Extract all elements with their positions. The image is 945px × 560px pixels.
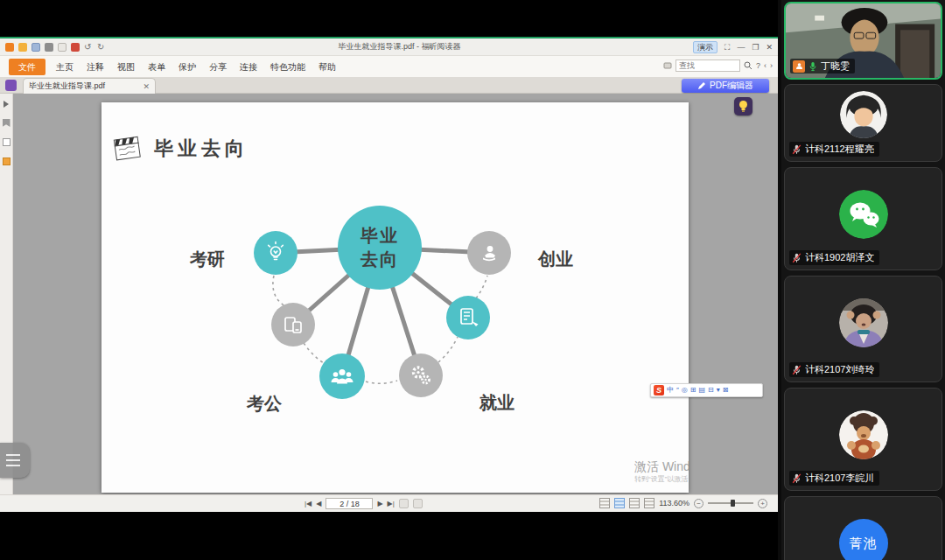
chevron-right-icon[interactable]: › <box>770 61 773 70</box>
fullscreen-icon[interactable]: ⛶ <box>724 42 730 52</box>
menu-item[interactable]: 帮助 <box>318 61 336 74</box>
menu-item[interactable]: 特色功能 <box>270 61 305 74</box>
zoom-out-button[interactable]: − <box>694 499 704 508</box>
participant-tile[interactable]: 菁池 <box>784 496 942 560</box>
undo-icon[interactable]: ↺ <box>84 43 93 52</box>
restore-icon[interactable]: ❐ <box>752 42 759 52</box>
open-file-icon[interactable] <box>18 43 27 52</box>
wechat-logo-icon <box>839 190 888 239</box>
participant-name: 计科2107刘绮玲 <box>805 363 874 376</box>
file-menu-button[interactable]: 文件 <box>9 59 46 75</box>
help-icon[interactable]: ? <box>756 61 760 70</box>
first-page-icon[interactable]: |◀ <box>304 500 312 508</box>
mic-muted-icon <box>792 365 802 375</box>
participant-tile[interactable]: 计科2107李皖川 <box>784 388 942 491</box>
participant-name: 丁晓雯 <box>821 60 850 73</box>
menu-bar: 主页 注释 视图 表单 保护 分享 连接 特色功能 帮助 <box>56 56 336 78</box>
search-input[interactable] <box>676 60 740 72</box>
bookmarks-icon[interactable] <box>3 119 10 127</box>
participant-tile[interactable]: 计科2107刘绮玲 <box>784 276 942 382</box>
page-navigation: |◀ ◀ 2 / 18 ▶ ▶| <box>304 498 423 509</box>
avatar <box>840 91 887 138</box>
zoom-slider-knob[interactable] <box>731 500 735 507</box>
page-number-input[interactable]: 2 / 18 <box>326 498 373 509</box>
left-panel-rail <box>0 94 13 494</box>
voice-icon[interactable]: ″ <box>676 385 679 396</box>
chevron-left-icon[interactable]: ‹ <box>764 61 766 70</box>
close-icon[interactable]: ✕ <box>766 42 773 52</box>
pdf-editor-label: PDF编辑器 <box>710 80 753 92</box>
screen-share-region: ↺ ↻ 毕业生就业指导课.pdf - 福昕阅读器 演示 ⛶ — ❐ ✕ 文件 主… <box>0 0 778 560</box>
document-viewport[interactable]: 毕业去向 <box>13 94 778 494</box>
expand-panel-icon[interactable] <box>4 101 9 108</box>
document-tabbar: 毕业生就业指导课.pdf ✕ PDF编辑器 <box>0 78 778 94</box>
participant-tile[interactable]: 丁晓雯 <box>784 2 942 80</box>
pdf-app-window: ↺ ↻ 毕业生就业指导课.pdf - 福昕阅读器 演示 ⛶ — ❐ ✕ 文件 主… <box>0 37 778 512</box>
single-page-view-icon[interactable] <box>599 498 610 508</box>
attachments-icon[interactable] <box>3 158 10 165</box>
meeting-controls-handle[interactable] <box>0 443 30 478</box>
assistant-button[interactable] <box>734 97 752 116</box>
participant-tile[interactable]: 计科2112程耀亮 <box>784 84 942 162</box>
book-view-icon[interactable] <box>644 498 654 508</box>
label-jiuye: 就业 <box>479 393 514 412</box>
last-page-icon[interactable]: ▶| <box>388 500 395 508</box>
page-thumbnails-icon[interactable] <box>3 138 10 146</box>
menu-item[interactable]: 分享 <box>209 61 227 74</box>
document-tab[interactable]: 毕业生就业指导课.pdf ✕ <box>23 78 156 94</box>
pen-icon <box>697 81 706 90</box>
continuous-view-icon[interactable] <box>614 498 625 508</box>
hand-tool-icon[interactable] <box>663 61 672 70</box>
sogou-logo-icon[interactable]: S <box>654 385 664 396</box>
label-kaoyan: 考研 <box>189 249 225 269</box>
print-icon[interactable] <box>45 43 53 52</box>
app-logo-icon[interactable] <box>5 43 14 52</box>
snapshot-icon[interactable] <box>413 499 423 508</box>
zoom-in-button[interactable]: + <box>758 499 767 508</box>
menu-item[interactable]: 视图 <box>117 61 135 74</box>
center-node <box>338 206 422 290</box>
menu-item[interactable]: 注释 <box>87 61 104 74</box>
prev-page-icon[interactable]: ◀ <box>316 500 321 508</box>
zoom-slider[interactable] <box>708 502 753 504</box>
redo-icon[interactable]: ↻ <box>97 43 106 52</box>
mic-muted-icon <box>792 253 802 263</box>
tab-close-icon[interactable]: ✕ <box>143 82 150 91</box>
edit-icon[interactable] <box>71 43 80 52</box>
mic-on-icon <box>808 61 817 72</box>
minimize-icon[interactable]: — <box>737 42 745 52</box>
participant-name: 计科2112程耀亮 <box>805 143 874 156</box>
label-kaogong: 考公 <box>246 394 283 413</box>
zoom-controls: 113.60% − + <box>599 498 767 508</box>
menu-item[interactable]: 主页 <box>56 61 74 74</box>
rotate-icon[interactable] <box>399 499 409 508</box>
mode-button[interactable]: 演示 <box>693 41 718 53</box>
zoom-level: 113.60% <box>659 499 690 508</box>
participant-tile[interactable]: 计科1902胡泽文 <box>784 167 942 270</box>
pdf-editor-button[interactable]: PDF编辑器 <box>682 79 769 93</box>
clipboard-icon[interactable]: ▤ <box>699 385 706 396</box>
skin-icon[interactable]: ▾ <box>717 385 720 396</box>
next-page-icon[interactable]: ▶ <box>377 500 382 508</box>
sogou-ime-toolbar[interactable]: S 中 ″ ◎ ⊞ ▤ ⊟ ▾ ⊠ <box>650 383 763 397</box>
participants-sidebar: 丁晓雯 计科2112程耀亮 <box>781 0 945 560</box>
search-icon[interactable] <box>744 61 752 70</box>
facing-view-icon[interactable] <box>629 498 640 508</box>
save-icon[interactable] <box>32 43 40 52</box>
titlebar-right: 演示 ⛶ — ❐ ✕ <box>693 41 773 53</box>
email-icon[interactable] <box>58 43 66 52</box>
window-title: 毕业生就业指导课.pdf - 福昕阅读器 <box>106 41 693 52</box>
participant-name: 计科1902胡泽文 <box>805 251 874 264</box>
center-label-top: 毕业 <box>360 226 399 245</box>
pdf-ribbon: 文件 主页 注释 视图 表单 保护 分享 连接 特色功能 帮助 ? <box>0 56 778 78</box>
settings-icon[interactable]: ⊠ <box>723 385 729 396</box>
menu-item[interactable]: 保护 <box>178 61 196 74</box>
participant-name-tag: 丁晓雯 <box>790 59 855 74</box>
keyboard-icon[interactable]: ⊞ <box>690 385 696 396</box>
chinese-mode-icon[interactable]: 中 <box>667 385 674 396</box>
symbols-icon[interactable]: ◎ <box>682 385 688 396</box>
menu-item[interactable]: 连接 <box>240 61 257 74</box>
menu-item[interactable]: 表单 <box>148 61 165 74</box>
toolbox-icon[interactable]: ⊟ <box>708 385 714 396</box>
node-chuangye <box>467 231 511 275</box>
